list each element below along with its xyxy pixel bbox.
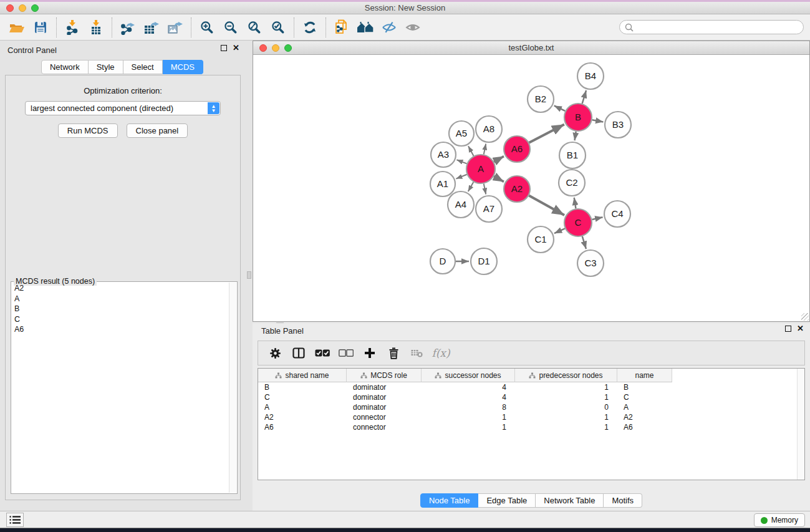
node-B[interactable]: B	[564, 104, 592, 131]
node-A[interactable]: A	[466, 155, 495, 183]
node-B2[interactable]: B2	[528, 86, 554, 112]
clear-checkboxes-icon[interactable]	[335, 343, 357, 363]
edge-A-A2[interactable]	[494, 177, 504, 182]
node-A8[interactable]: A8	[476, 116, 502, 142]
column-header-successor-nodes[interactable]: successor nodes	[422, 369, 515, 382]
table-row[interactable]: Cdominator41C	[258, 392, 804, 402]
import-table-icon[interactable]	[84, 17, 108, 38]
list-item[interactable]: B	[12, 304, 228, 314]
tab-motifs[interactable]: Motifs	[604, 493, 642, 508]
close-panel-icon[interactable]: ✕	[233, 45, 239, 51]
column-header-predecessor-nodes[interactable]: predecessor nodes	[515, 369, 617, 382]
delete-icon[interactable]	[383, 343, 404, 363]
tab-style[interactable]: Style	[89, 60, 123, 74]
run-mcds-button[interactable]: Run MCDS	[58, 123, 118, 138]
node-C4[interactable]: C4	[604, 201, 630, 227]
function-builder-icon[interactable]: f(x)	[430, 343, 451, 363]
tab-edge-table[interactable]: Edge Table	[478, 493, 536, 508]
mcds-scrollbar[interactable]	[229, 283, 236, 493]
split-columns-icon[interactable]	[288, 343, 309, 363]
add-icon[interactable]	[359, 343, 380, 363]
search-input[interactable]	[619, 20, 804, 34]
node-B1[interactable]: B1	[559, 142, 586, 168]
zoom-selected-icon[interactable]	[266, 17, 290, 38]
node-A6[interactable]: A6	[504, 136, 530, 162]
node-C3[interactable]: C3	[577, 250, 604, 276]
list-item[interactable]: A6	[12, 324, 228, 335]
node-B4[interactable]: B4	[577, 63, 604, 89]
edge-C-C1[interactable]	[554, 228, 565, 233]
edge-A-A1[interactable]	[456, 175, 466, 179]
refresh-layout-icon[interactable]	[298, 17, 322, 38]
table-row[interactable]: Adominator80A	[258, 402, 804, 412]
float-panel-icon[interactable]	[221, 45, 227, 51]
table-row[interactable]: A2connector11A2	[258, 412, 804, 422]
table-row[interactable]: Bdominator41B	[258, 382, 804, 392]
edge-B-B3[interactable]	[592, 120, 604, 122]
edge-A2-C[interactable]	[529, 196, 564, 215]
gear-icon[interactable]	[264, 343, 286, 363]
node-A3[interactable]: A3	[431, 142, 456, 167]
node-B3[interactable]: B3	[605, 112, 631, 138]
zoom-in-icon[interactable]	[195, 17, 219, 38]
export-image-icon[interactable]	[163, 17, 187, 38]
tab-mcds[interactable]: MCDS	[163, 60, 203, 74]
edge-A-A7[interactable]	[484, 184, 486, 195]
export-table-icon[interactable]	[140, 17, 163, 38]
task-list-button[interactable]	[6, 513, 24, 527]
edge-C-C3[interactable]	[582, 236, 586, 249]
column-header-MCDS-role[interactable]: MCDS role	[347, 369, 422, 382]
network-canvas[interactable]: B4B2BB3A5A8A6A3B1AA1C2A2A4A7C4CC1DD1C3	[253, 55, 809, 321]
edge-C-C4[interactable]	[592, 217, 602, 220]
node-C1[interactable]: C1	[528, 226, 554, 253]
list-item[interactable]: A	[12, 294, 228, 304]
float-table-panel-icon[interactable]	[785, 326, 791, 332]
save-icon[interactable]	[29, 17, 52, 38]
zoom-fit-icon[interactable]	[243, 17, 266, 38]
close-table-panel-icon[interactable]: ✕	[797, 326, 804, 332]
table-scrollbar[interactable]	[797, 369, 804, 480]
export-network-icon[interactable]	[116, 17, 140, 38]
close-panel-button[interactable]: Close panel	[127, 123, 188, 138]
edge-A6-B[interactable]	[529, 125, 564, 143]
zoom-out-icon[interactable]	[219, 17, 243, 38]
home-icon[interactable]	[354, 17, 377, 38]
table-row[interactable]: A6connector11A6	[258, 422, 804, 432]
import-network-icon[interactable]	[60, 17, 84, 38]
open-folder-icon[interactable]	[5, 17, 29, 38]
node-D[interactable]: D	[430, 249, 455, 274]
node-A1[interactable]: A1	[430, 172, 455, 196]
hide-panels-icon[interactable]	[377, 17, 401, 38]
node-C2[interactable]: C2	[559, 170, 585, 196]
tab-node-table[interactable]: Node Table	[420, 493, 479, 508]
edge-B-B2[interactable]	[554, 105, 566, 111]
show-eye-icon[interactable]	[401, 17, 425, 38]
clone-network-icon[interactable]	[330, 17, 354, 38]
column-header-shared-name[interactable]: shared name	[258, 369, 347, 382]
node-A5[interactable]: A5	[449, 121, 474, 146]
node-A2[interactable]: A2	[504, 176, 530, 202]
vertical-splitter-handle[interactable]	[247, 271, 251, 279]
resize-grip[interactable]	[801, 313, 809, 321]
edge-A-A4[interactable]	[468, 182, 474, 191]
network-graph[interactable]: B4B2BB3A5A8A6A3B1AA1C2A2A4A7C4CC1DD1C3	[253, 55, 806, 322]
list-item[interactable]: C	[12, 314, 228, 325]
node-A4[interactable]: A4	[448, 191, 474, 218]
edge-A-A3[interactable]	[456, 160, 466, 163]
memory-button[interactable]: Memory	[754, 513, 805, 527]
node-C[interactable]: C	[564, 209, 592, 236]
select-all-checkboxes-icon[interactable]	[312, 343, 333, 363]
edge-B-B1[interactable]	[575, 132, 576, 141]
tab-network-table[interactable]: Network Table	[536, 493, 604, 508]
criterion-dropdown[interactable]: largest connected component (directed) ▲…	[25, 101, 221, 115]
node-A7[interactable]: A7	[476, 196, 502, 222]
edge-A-A6[interactable]	[494, 157, 504, 162]
node-D1[interactable]: D1	[471, 248, 497, 274]
edge-C-C2[interactable]	[574, 198, 576, 209]
tab-select[interactable]: Select	[123, 60, 163, 74]
tab-network[interactable]: Network	[41, 60, 89, 74]
list-item[interactable]: A2	[12, 283, 228, 294]
edge-A-A8[interactable]	[484, 144, 486, 155]
edge-B-B4[interactable]	[582, 90, 586, 104]
delete-table-icon[interactable]	[407, 343, 428, 363]
